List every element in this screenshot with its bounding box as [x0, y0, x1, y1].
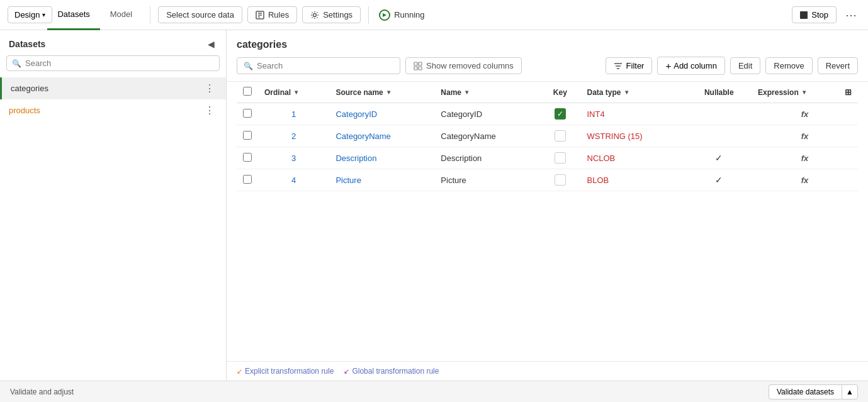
- sidebar-header: Datasets ◀: [0, 30, 226, 55]
- table-row: 4PicturePictureBLOB✓fx: [237, 169, 858, 191]
- cell-source-name: CategoryName: [329, 125, 434, 147]
- sidebar-item-products[interactable]: products ⋮: [0, 99, 226, 121]
- global-transformation-link[interactable]: ↙ Global transformation rule: [344, 367, 439, 376]
- remove-button[interactable]: Remove: [765, 57, 812, 74]
- sidebar-search-box[interactable]: 🔍: [6, 55, 220, 71]
- sidebar-item-categories-label: categories: [11, 84, 48, 93]
- collapse-sidebar-button[interactable]: ◀: [205, 38, 217, 50]
- content-search-box[interactable]: 🔍: [237, 57, 400, 74]
- row-checkbox-0[interactable]: [243, 109, 252, 118]
- cell-expression[interactable]: fx: [752, 125, 858, 147]
- svg-rect-8: [419, 67, 422, 70]
- sidebar-item-products-label: products: [9, 106, 40, 115]
- expression-filter-icon[interactable]: ▾: [803, 89, 806, 96]
- select-source-data-button[interactable]: Select source data: [158, 6, 242, 23]
- bottom-bar: Validate and adjust Validate datasets ▲: [0, 381, 868, 402]
- sidebar-item-products-menu[interactable]: ⋮: [202, 104, 217, 116]
- fx-icon: fx: [801, 154, 809, 163]
- table-row: 3DescriptionDescriptionNCLOB✓fx: [237, 147, 858, 169]
- row-checkbox-1[interactable]: [243, 131, 252, 140]
- transformation-links: ↙ Explicit transformation rule ↙ Global …: [227, 361, 868, 381]
- data-table-container: Ordinal ▾ Source name ▾: [227, 82, 868, 361]
- settings-icon: [310, 11, 319, 20]
- explicit-transformation-link[interactable]: ↙ Explicit transformation rule: [237, 367, 334, 376]
- col-header-source-name: Source name ▾: [329, 82, 434, 103]
- col-header-expression: Expression ▾ ⊞: [752, 82, 858, 103]
- fx-icon: fx: [801, 131, 809, 141]
- content-title: categories: [227, 30, 868, 57]
- design-dropdown[interactable]: Design ▾: [8, 6, 52, 23]
- search-icon: 🔍: [12, 59, 21, 68]
- cell-name: CategoryName: [434, 125, 539, 147]
- content-search-icon: 🔍: [244, 62, 253, 70]
- data-table: Ordinal ▾ Source name ▾: [237, 82, 858, 191]
- svg-point-4: [313, 13, 317, 16]
- sidebar-item-categories[interactable]: categories ⋮: [0, 77, 226, 99]
- validate-datasets-group: Validate datasets ▲: [769, 384, 858, 399]
- cell-data-type: INT4: [581, 103, 687, 125]
- cell-source-name: CategoryID: [329, 103, 434, 125]
- separator: [150, 6, 150, 24]
- table-body: 1CategoryIDCategoryID✓INT4fx2CategoryNam…: [237, 103, 858, 191]
- cell-nullable: ✓: [686, 169, 752, 191]
- key-unchecked-icon: [555, 152, 566, 164]
- col-header-ordinal: Ordinal ▾: [258, 82, 329, 103]
- plus-icon: +: [665, 60, 671, 71]
- stop-button[interactable]: Stop: [792, 6, 837, 23]
- key-checked-icon: ✓: [555, 108, 566, 120]
- content-area: categories 🔍 Show removed columns Filter: [227, 30, 868, 381]
- design-label: Design: [14, 10, 40, 20]
- key-unchecked-icon: [555, 130, 566, 142]
- content-toolbar: 🔍 Show removed columns Filter + Add colu…: [227, 57, 868, 82]
- nullable-check-icon: ✓: [715, 175, 723, 185]
- select-all-checkbox[interactable]: [243, 87, 252, 96]
- cell-data-type: NCLOB: [581, 147, 687, 169]
- cell-key: [539, 125, 580, 147]
- add-column-button[interactable]: + Add column: [657, 57, 724, 75]
- columns-visibility-icon[interactable]: ⊞: [845, 87, 852, 97]
- tab-model[interactable]: Model: [100, 0, 142, 30]
- sidebar: Datasets ◀ 🔍 categories ⋮ products ⋮: [0, 30, 227, 381]
- cell-data-type: BLOB: [581, 169, 687, 191]
- content-search-input[interactable]: [257, 61, 393, 70]
- filter-button[interactable]: Filter: [606, 57, 653, 74]
- validate-datasets-chevron[interactable]: ▲: [842, 384, 858, 399]
- row-checkbox-3[interactable]: [243, 175, 252, 184]
- cell-ordinal: 2: [258, 125, 329, 147]
- topbar: Design ▾ Datasets Datasets Datasets Mode…: [0, 0, 868, 30]
- data-type-filter-icon[interactable]: ▾: [625, 89, 628, 96]
- grid-icon: [414, 62, 422, 70]
- sidebar-search-input[interactable]: [25, 59, 214, 68]
- tab-datasets[interactable]: Datasets: [47, 0, 99, 30]
- sidebar-item-categories-menu[interactable]: ⋮: [202, 82, 217, 94]
- stop-icon: [800, 11, 808, 19]
- main-layout: Datasets ◀ 🔍 categories ⋮ products ⋮ cat…: [0, 30, 868, 381]
- cell-expression[interactable]: fx: [752, 147, 858, 169]
- source-name-filter-icon[interactable]: ▾: [387, 89, 390, 96]
- svg-rect-7: [414, 67, 417, 70]
- more-icon: ⋯: [845, 9, 857, 21]
- row-checkbox-2[interactable]: [243, 153, 252, 162]
- settings-button[interactable]: Settings: [302, 6, 361, 23]
- filter-icon: [614, 62, 623, 70]
- validate-datasets-button[interactable]: Validate datasets: [769, 384, 842, 399]
- show-removed-columns-button[interactable]: Show removed columns: [405, 57, 522, 74]
- ordinal-filter-icon[interactable]: ▾: [295, 89, 298, 96]
- explicit-arrow-icon: ↙: [237, 367, 242, 376]
- global-arrow-icon: ↙: [344, 367, 349, 376]
- cell-key: [539, 147, 580, 169]
- revert-button[interactable]: Revert: [818, 57, 858, 74]
- cell-expression[interactable]: fx: [752, 103, 858, 125]
- cell-expression[interactable]: fx: [752, 169, 858, 191]
- select-all-cell: [237, 82, 258, 103]
- name-filter-icon[interactable]: ▾: [465, 89, 468, 96]
- more-options-button[interactable]: ⋯: [842, 6, 860, 25]
- rules-button[interactable]: Rules: [247, 6, 297, 23]
- edit-button[interactable]: Edit: [730, 57, 760, 74]
- cell-nullable: ✓: [686, 147, 752, 169]
- nullable-check-icon: ✓: [715, 153, 723, 163]
- validate-adjust-label: Validate and adjust: [10, 388, 74, 396]
- cell-source-name: Picture: [329, 169, 434, 191]
- chevron-up-icon: ▲: [846, 388, 854, 396]
- svg-rect-5: [414, 62, 417, 65]
